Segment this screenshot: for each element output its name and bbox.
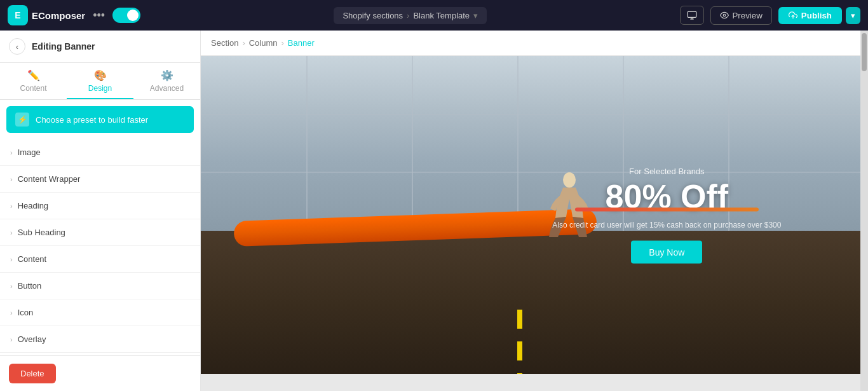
tab-design[interactable]: 🎨 Design	[67, 63, 133, 99]
svg-point-3	[724, 14, 726, 17]
monitor-icon	[687, 10, 697, 20]
accordion-image: › Image	[0, 139, 200, 166]
sidebar-title: Editing Banner	[32, 41, 191, 51]
chevron-right-icon: ›	[10, 309, 13, 317]
canvas-inner: For Selected Brands 80% Off Also credit …	[201, 56, 860, 391]
breadcrumb-section[interactable]: Section	[211, 38, 238, 48]
scroll-thumb[interactable]	[862, 33, 867, 71]
banner-main-text: 80% Off	[552, 180, 781, 213]
sidebar-accordion: › Image › Content Wrapper › Heading ›	[0, 139, 200, 355]
accordion-heading-header[interactable]: › Heading	[0, 193, 200, 219]
top-bar: E EComposer ••• Shopify sections › Blank…	[0, 0, 868, 31]
tab-design-label: Design	[88, 84, 112, 93]
sidebar-header: ‹ Editing Banner	[0, 31, 200, 63]
canvas-breadcrumb: Section › Column › Banner	[201, 31, 860, 56]
topbar-center: Shopify sections › Blank Template ▾	[148, 7, 672, 24]
accordion-sub-heading: › Sub Heading	[0, 219, 200, 246]
back-button[interactable]: ‹	[9, 38, 25, 55]
accordion-content-header[interactable]: › Content	[0, 246, 200, 272]
sidebar-tabs: ✏️ Content 🎨 Design ⚙️ Advanced	[0, 63, 200, 100]
accordion-button-label: Button	[18, 281, 42, 291]
tab-content-label: Content	[20, 84, 46, 93]
blank-template-label: Blank Template	[413, 11, 470, 20]
main-layout: ‹ Editing Banner ✏️ Content 🎨 Design ⚙️ …	[0, 31, 868, 391]
accordion-icon-label: Icon	[18, 308, 34, 317]
breadcrumb-arrow: ›	[407, 11, 409, 20]
accordion-sub-heading-label: Sub Heading	[18, 228, 65, 237]
preset-button[interactable]: ⚡ Choose a preset to build faster	[6, 106, 194, 133]
accordion-icon: › Icon	[0, 299, 200, 326]
banner-desc-text: Also credit card user will get 15% cash …	[552, 219, 781, 231]
more-options-icon[interactable]: •••	[93, 9, 105, 22]
upload-icon	[789, 11, 797, 20]
canvas-wrapper: For Selected Brands 80% Off Also credit …	[201, 56, 860, 391]
chevron-right-icon: ›	[10, 282, 13, 290]
tab-content[interactable]: ✏️ Content	[0, 63, 67, 99]
publish-label: Publish	[801, 11, 832, 20]
accordion-heading-label: Heading	[18, 201, 48, 210]
chevron-right-icon: ›	[10, 149, 13, 156]
underline-decoration	[575, 208, 758, 212]
breadcrumb-sep-2: ›	[281, 38, 284, 48]
chevron-right-icon: ›	[10, 336, 13, 343]
brush-icon: 🎨	[94, 69, 107, 81]
accordion-content-label: Content	[18, 254, 47, 264]
logo-text: EComposer	[32, 10, 85, 21]
banner-text-overlay: For Selected Brands 80% Off Also credit …	[552, 167, 781, 264]
sidebar: ‹ Editing Banner ✏️ Content 🎨 Design ⚙️ …	[0, 31, 201, 391]
delete-button[interactable]: Delete	[9, 364, 56, 383]
publish-dropdown-arrow[interactable]: ▾	[846, 7, 860, 24]
publish-button[interactable]: Publish	[778, 7, 842, 24]
accordion-overlay-label: Overlay	[18, 334, 46, 344]
canvas-area: Section › Column › Banner	[201, 31, 860, 391]
accordion-content-wrapper-header[interactable]: › Content Wrapper	[0, 166, 200, 192]
sidebar-footer: Delete	[0, 355, 200, 391]
logo: E EComposer	[8, 5, 85, 25]
chevron-right-icon: ›	[10, 175, 13, 183]
banner-sub-text: For Selected Brands	[552, 167, 781, 176]
accordion-image-label: Image	[18, 147, 41, 157]
accordion-button-header[interactable]: › Button	[0, 273, 200, 299]
tab-advanced[interactable]: ⚙️ Advanced	[133, 63, 200, 99]
preset-icon: ⚡	[15, 113, 29, 127]
monitor-button[interactable]	[680, 6, 704, 25]
accordion-icon-header[interactable]: › Icon	[0, 299, 200, 326]
right-scrollbar[interactable]	[860, 31, 868, 391]
eye-icon	[720, 11, 729, 20]
breadcrumb-banner[interactable]: Banner	[288, 38, 315, 48]
accordion-overlay: › Overlay	[0, 326, 200, 353]
accordion-content-wrapper-label: Content Wrapper	[18, 174, 81, 184]
pencil-icon: ✏️	[27, 69, 40, 81]
banner-canvas: For Selected Brands 80% Off Also credit …	[201, 56, 860, 374]
toggle-switch[interactable]	[112, 8, 140, 23]
accordion-heading: › Heading	[0, 193, 200, 219]
shopify-sections-label: Shopify sections	[342, 11, 403, 20]
wall-line	[306, 56, 308, 231]
logo-icon: E	[8, 5, 28, 25]
accordion-overlay-header[interactable]: › Overlay	[0, 326, 200, 352]
tab-advanced-label: Advanced	[150, 84, 184, 93]
svg-rect-0	[688, 11, 696, 17]
wall-line	[412, 56, 413, 231]
accordion-button: › Button	[0, 273, 200, 299]
dropdown-arrow: ▾	[473, 11, 478, 20]
preview-label: Preview	[732, 11, 762, 20]
chevron-right-icon: ›	[10, 229, 13, 237]
wall-line	[201, 114, 860, 115]
accordion-image-header[interactable]: › Image	[0, 139, 200, 165]
banner-buy-button[interactable]: Buy Now	[631, 241, 702, 264]
topbar-right: Preview Publish ▾	[680, 6, 860, 25]
template-selector[interactable]: Shopify sections › Blank Template ▾	[334, 7, 487, 24]
road-center-line	[517, 310, 522, 374]
chevron-right-icon: ›	[10, 256, 13, 263]
breadcrumb-column[interactable]: Column	[249, 38, 278, 48]
accordion-content: › Content	[0, 246, 200, 273]
chevron-right-icon: ›	[10, 202, 13, 210]
wall-line	[517, 56, 519, 231]
accordion-content-wrapper: › Content Wrapper	[0, 166, 200, 193]
breadcrumb-sep-1: ›	[242, 38, 245, 48]
accordion-sub-heading-header[interactable]: › Sub Heading	[0, 219, 200, 245]
preset-label: Choose a preset to build faster	[36, 115, 148, 125]
preview-button[interactable]: Preview	[710, 6, 771, 25]
gear-icon: ⚙️	[161, 69, 173, 81]
